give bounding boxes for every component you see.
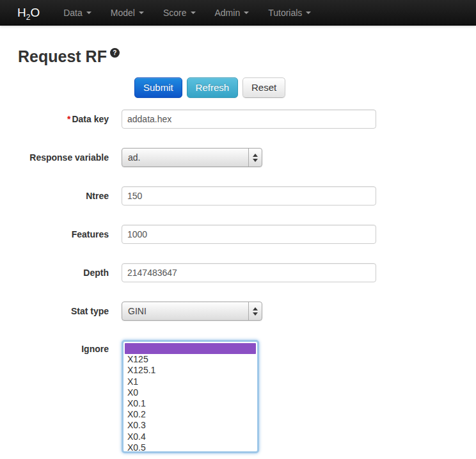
request-rf-form: *Data key Response variable ad. Ntree Fe… [18, 109, 476, 453]
nav-menu: Data Model Score Admin Tutorials [54, 0, 321, 25]
nav-item-data[interactable]: Data [54, 0, 101, 25]
refresh-button[interactable]: Refresh [187, 77, 239, 98]
chevron-down-icon [191, 12, 196, 14]
chevron-down-icon [139, 12, 144, 14]
nav-item-model[interactable]: Model [101, 0, 154, 25]
stat-type-select[interactable]: GINI [122, 302, 262, 321]
required-asterisk: * [67, 114, 70, 124]
up-arrow-icon [253, 307, 258, 310]
brand-logo[interactable]: H2O [0, 0, 54, 25]
response-variable-select[interactable]: ad. [122, 148, 262, 167]
ignore-option[interactable]: X0.1 [125, 398, 256, 409]
field-row-ntree: Ntree [18, 186, 476, 205]
nav-item-score[interactable]: Score [154, 0, 205, 25]
ignore-option[interactable]: X1 [125, 376, 256, 387]
ignore-option[interactable]: X0 [125, 387, 256, 398]
page-title: Request RF? [18, 47, 476, 66]
data-key-label: *Data key [18, 109, 122, 129]
ignore-option[interactable]: X0.5 [125, 442, 256, 453]
features-label: Features [18, 225, 122, 244]
data-key-input[interactable] [122, 109, 376, 129]
features-input[interactable] [122, 225, 376, 244]
select-arrows-icon [248, 302, 262, 320]
field-row-data-key: *Data key [18, 109, 476, 129]
ignore-label: Ignore [18, 340, 122, 453]
action-buttons: Submit Refresh Reset [134, 77, 476, 98]
stat-type-value: GINI [128, 306, 147, 316]
ignore-option[interactable]: X0.3 [125, 420, 256, 431]
field-row-stat-type: Stat type GINI [18, 302, 476, 321]
nav-item-tutorials[interactable]: Tutorials [258, 0, 321, 25]
ignore-option[interactable] [125, 343, 256, 354]
field-row-response-variable: Response variable ad. [18, 148, 476, 167]
depth-input[interactable] [122, 263, 376, 282]
chevron-down-icon [244, 12, 249, 14]
page-content: Request RF? Submit Refresh Reset *Data k… [0, 47, 476, 453]
field-row-depth: Depth [18, 263, 476, 282]
submit-button[interactable]: Submit [134, 77, 182, 98]
ntree-input[interactable] [122, 186, 376, 205]
chevron-down-icon [306, 12, 311, 14]
stat-type-label: Stat type [18, 302, 122, 321]
response-variable-label: Response variable [18, 148, 122, 167]
ignore-option[interactable]: X125.1 [125, 365, 256, 376]
nav-item-admin[interactable]: Admin [205, 0, 259, 25]
down-arrow-icon [253, 159, 258, 162]
help-icon[interactable]: ? [110, 48, 120, 58]
reset-button[interactable]: Reset [242, 77, 285, 98]
navbar: H2O Data Model Score Admin Tutorials [0, 0, 476, 26]
up-arrow-icon [253, 154, 258, 157]
chevron-down-icon [86, 12, 91, 14]
ignore-option[interactable]: X0.2 [125, 409, 256, 420]
depth-label: Depth [18, 263, 122, 282]
ignore-option[interactable]: X125 [125, 354, 256, 365]
ntree-label: Ntree [18, 186, 122, 205]
down-arrow-icon [253, 312, 258, 316]
ignore-option[interactable]: X0.4 [125, 431, 256, 442]
response-variable-value: ad. [128, 152, 140, 163]
field-row-features: Features [18, 225, 476, 244]
ignore-multiselect[interactable]: X125 X125.1 X1 X0 X0.1 X0.2 X0.3 X0.4 X0… [122, 340, 259, 453]
field-row-ignore: Ignore X125 X125.1 X1 X0 X0.1 X0.2 X0.3 … [18, 340, 476, 453]
select-arrows-icon [248, 149, 262, 166]
